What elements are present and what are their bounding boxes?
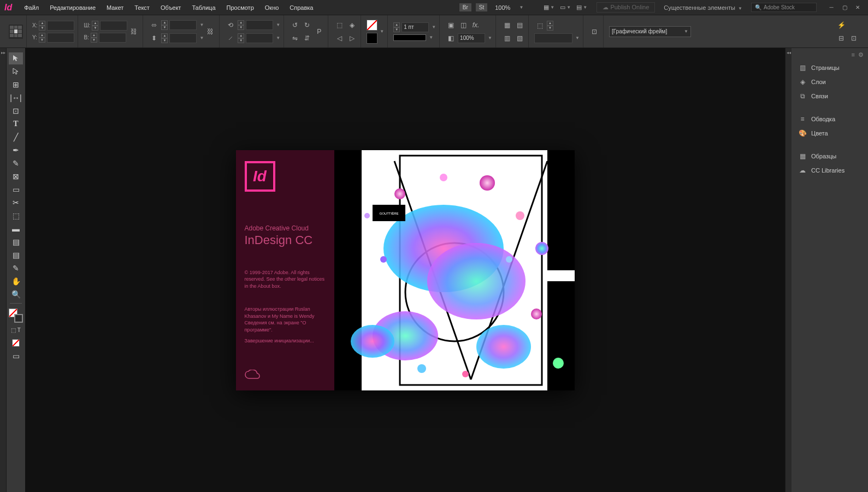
rectangle-tool[interactable]: ▭ [9, 183, 23, 195]
zoom-level[interactable]: 100% [492, 3, 513, 12]
screen-mode-icon[interactable]: ▭▼ [559, 2, 571, 14]
pencil-tool[interactable]: ✎ [9, 157, 23, 169]
scissors-tool[interactable]: ✂ [9, 197, 23, 209]
search-input[interactable]: 🔍 Adobe Stock [751, 3, 817, 12]
h-stepper[interactable]: ▲▼ [91, 33, 97, 43]
stroke-swatch[interactable] [367, 33, 377, 44]
maximize-button[interactable]: ▢ [839, 3, 851, 13]
pen-tool[interactable]: ✒ [9, 144, 23, 156]
w-input[interactable] [100, 21, 127, 31]
shear-input[interactable] [246, 33, 273, 43]
flip-h-icon[interactable]: ⇋ [290, 33, 300, 44]
type-tool[interactable]: T [9, 118, 23, 130]
bridge-badge[interactable]: Br [459, 3, 471, 11]
fill-stroke-swatches[interactable] [9, 309, 23, 323]
panel-swatches[interactable]: ▦ Образцы [792, 149, 868, 163]
swatch-caret[interactable]: ▼ [380, 29, 384, 34]
wrap-jump-icon[interactable]: ▧ [514, 33, 525, 44]
zoom-tool[interactable]: 🔍 [9, 288, 23, 300]
menu-object[interactable]: Объект [155, 2, 186, 13]
direct-selection-tool[interactable] [9, 66, 23, 78]
rotate-input[interactable] [246, 20, 273, 30]
apply-none-icon[interactable] [9, 337, 23, 349]
menu-help[interactable]: Справка [284, 2, 318, 13]
gradient-swatch-tool[interactable]: ▬ [9, 223, 23, 235]
link-wh-icon[interactable]: ⛓ [128, 26, 139, 37]
arrange-icon[interactable]: ▤▼ [576, 2, 588, 14]
scale-y-stepper[interactable]: ▲▼ [161, 33, 168, 43]
rotate-ccw-icon[interactable]: ↺ [290, 20, 300, 31]
select-content-icon[interactable]: ◈ [346, 20, 357, 31]
menu-table[interactable]: Таблица [186, 2, 221, 13]
link-scale-icon[interactable]: ⛓ [205, 26, 216, 37]
wrap-shape-icon[interactable]: ▥ [501, 33, 512, 44]
scale-x-stepper[interactable]: ▲▼ [161, 20, 168, 30]
scale-x-input[interactable] [169, 20, 197, 30]
page-tool[interactable]: ⊞ [9, 79, 23, 91]
panels-collapse-strip[interactable]: ◂◂ [785, 48, 792, 492]
align-h-icon[interactable]: ⊟ [836, 33, 847, 44]
corner-stepper[interactable]: ▲▼ [547, 21, 553, 31]
view-mode-icon[interactable]: ▭ [9, 350, 23, 362]
gap-tool[interactable]: |↔| [9, 92, 23, 104]
fx-icon[interactable]: fx. [470, 20, 481, 31]
selection-tool[interactable] [9, 52, 23, 64]
panel-cc-libraries[interactable]: ☁ CC Libraries [792, 163, 868, 177]
y-input[interactable] [47, 33, 74, 43]
panel-links[interactable]: ⧉ Связи [792, 89, 868, 103]
y-stepper[interactable]: ▲▼ [39, 33, 45, 43]
gradient-feather-tool[interactable]: ▤ [9, 236, 23, 248]
close-button[interactable]: ✕ [852, 3, 864, 13]
workspace-dropdown[interactable]: Существенные элементы ▼ [659, 3, 747, 12]
content-collector-tool[interactable]: ⊡ [9, 105, 23, 117]
panel-menu-icon[interactable]: ≡ [852, 51, 855, 58]
stroke-weight-input[interactable] [401, 22, 429, 32]
reference-point-selector[interactable] [9, 25, 23, 39]
scale-y-input[interactable] [169, 33, 197, 43]
transform-point-icon[interactable]: P [314, 26, 324, 37]
panel-pages[interactable]: ▥ Страницы [792, 61, 868, 75]
auto-fit-icon[interactable]: ▣ [445, 20, 456, 31]
x-input[interactable] [47, 21, 74, 31]
stroke-color-swatch[interactable] [14, 314, 23, 323]
x-stepper[interactable]: ▲▼ [39, 21, 45, 31]
flip-v-icon[interactable]: ⇵ [302, 33, 312, 44]
wrap-none-icon[interactable]: ▦ [501, 20, 512, 31]
opacity-input[interactable] [458, 33, 485, 43]
stroke-style-dropdown[interactable] [393, 34, 426, 41]
corner-input[interactable] [534, 33, 572, 43]
note-tool[interactable]: ▤ [9, 249, 23, 261]
corner-options-icon[interactable]: ⬚ [534, 20, 545, 31]
stroke-weight-stepper[interactable]: ▲▼ [393, 22, 400, 32]
hand-tool[interactable]: ✋ [9, 275, 23, 287]
object-style-dropdown[interactable]: [Графический фрейм] ▼ [609, 26, 691, 37]
panel-layers[interactable]: ◈ Слои [792, 75, 868, 89]
quick-apply-icon[interactable]: ⚡ [836, 20, 847, 31]
menu-window[interactable]: Окно [259, 2, 285, 13]
panel-color[interactable]: 🎨 Цвета [792, 126, 868, 140]
fitting-icon[interactable]: ⊡ [589, 26, 600, 37]
next-object-icon[interactable]: ▷ [346, 33, 357, 44]
publish-online-button[interactable]: ☁ Publish Online [597, 2, 655, 13]
shear-stepper[interactable]: ▲▼ [238, 33, 244, 43]
menu-view[interactable]: Просмотр [221, 2, 259, 13]
fill-swatch[interactable] [367, 20, 377, 31]
default-fill-stroke-icon[interactable]: ⬚ T [9, 324, 23, 336]
menu-text[interactable]: Текст [129, 2, 155, 13]
toolbox-collapse-strip[interactable]: ▸▸ [0, 48, 7, 492]
zoom-caret-icon[interactable]: ▼ [519, 5, 523, 10]
select-container-icon[interactable]: ⬚ [334, 20, 345, 31]
line-tool[interactable]: ╱ [9, 131, 23, 143]
menu-layout[interactable]: Макет [101, 2, 129, 13]
panel-stroke[interactable]: ≡ Обводка [792, 112, 868, 126]
rotate-cw-icon[interactable]: ↻ [302, 20, 312, 31]
wrap-around-icon[interactable]: ▤ [514, 20, 525, 31]
menu-file[interactable]: Файл [19, 2, 44, 13]
menu-edit[interactable]: Редактирование [44, 2, 101, 13]
w-stepper[interactable]: ▲▼ [92, 21, 98, 31]
free-transform-tool[interactable]: ⬚ [9, 210, 23, 222]
eyedropper-tool[interactable]: ✎ [9, 262, 23, 274]
rotate-stepper[interactable]: ▲▼ [238, 20, 244, 30]
rectangle-frame-tool[interactable]: ⊠ [9, 170, 23, 182]
h-input[interactable] [99, 33, 126, 43]
